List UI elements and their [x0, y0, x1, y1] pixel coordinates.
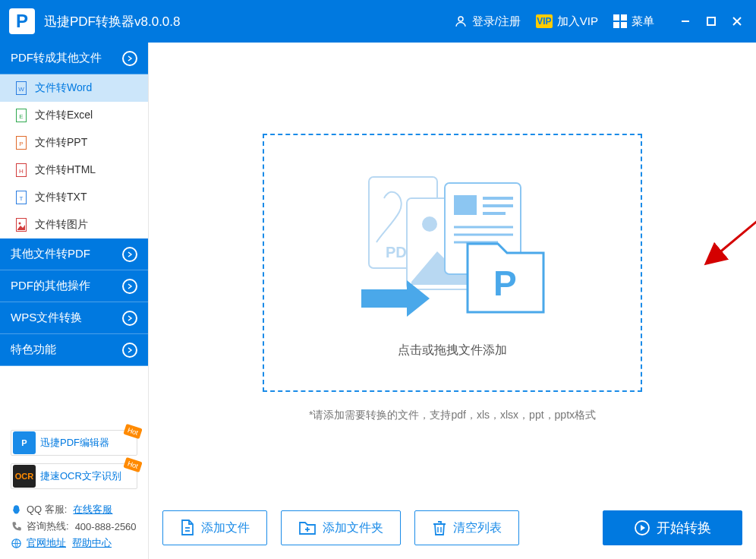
close-icon: [732, 16, 742, 27]
sidebar-item-label: 文件转PPT: [35, 136, 87, 150]
login-label: 登录/注册: [472, 14, 521, 29]
promo-label: 迅捷PDF编辑器: [40, 436, 109, 450]
chevron-right-icon: [122, 343, 137, 358]
sidebar-section-label: 其他文件转PDF: [11, 247, 90, 261]
chevron-right-icon: [122, 247, 137, 262]
svg-point-0: [458, 17, 463, 21]
sidebar-section-label: PDF的其他操作: [11, 279, 90, 293]
svg-text:H: H: [19, 168, 24, 175]
minimize-icon: [680, 16, 691, 27]
sidebar-item-excel[interactable]: E 文件转Excel: [0, 102, 148, 129]
sidebar-list: W 文件转Word E 文件转Excel P 文件转PPT H 文: [0, 74, 148, 238]
sidebar-item-label: 文件转Excel: [35, 109, 93, 122]
user-icon: [454, 14, 468, 28]
sidebar-item-image[interactable]: 文件转图片: [0, 211, 148, 238]
trash-icon: [432, 520, 447, 536]
vip-button[interactable]: VIP 加入VIP: [528, 8, 606, 35]
sidebar-item-ppt[interactable]: P 文件转PPT: [0, 129, 148, 156]
chevron-right-icon: [122, 51, 137, 66]
sidebar-item-word[interactable]: W 文件转Word: [0, 74, 148, 102]
start-convert-button[interactable]: 开始转换: [603, 510, 742, 545]
maximize-button[interactable]: [698, 8, 724, 35]
add-folder-button[interactable]: 添加文件夹: [281, 510, 401, 545]
svg-text:P: P: [19, 141, 23, 147]
promo-pdf-editor[interactable]: P 迅捷PDF编辑器 Hot: [11, 430, 137, 456]
play-icon: [634, 520, 650, 536]
qq-label: QQ 客服:: [27, 503, 67, 516]
excel-file-icon: E: [15, 109, 27, 122]
svg-text:W: W: [18, 86, 24, 93]
close-button[interactable]: [724, 8, 750, 35]
chevron-right-icon: [122, 279, 137, 294]
add-file-button[interactable]: 添加文件: [162, 510, 267, 545]
promo-ocr[interactable]: OCR 捷速OCR文字识别 Hot: [11, 463, 137, 489]
minimize-button[interactable]: [673, 8, 698, 35]
svg-point-21: [422, 216, 437, 232]
sidebar: PDF转成其他文件 W 文件转Word E 文件转Excel P: [0, 43, 149, 559]
sidebar-section-label: WPS文件转换: [11, 311, 82, 325]
app-title: 迅捷PDF转换器v8.0.0.8: [44, 13, 181, 30]
globe-icon: [11, 538, 22, 549]
svg-text:E: E: [19, 113, 23, 120]
sidebar-section-special[interactable]: 特色功能: [0, 334, 148, 366]
main-area: PDF P: [149, 43, 756, 559]
button-label: 清空列表: [453, 520, 502, 536]
menu-button[interactable]: 菜单: [606, 8, 662, 35]
sidebar-item-label: 文件转图片: [35, 218, 88, 232]
sidebar-section-other-to-pdf[interactable]: 其他文件转PDF: [0, 238, 148, 270]
promo-ocr-icon: OCR: [13, 465, 36, 488]
html-file-icon: H: [15, 163, 27, 177]
sidebar-item-label: 文件转Word: [35, 81, 92, 95]
login-button[interactable]: 登录/注册: [446, 8, 528, 35]
svg-rect-2: [707, 17, 715, 25]
dropzone-hint: *请添加需要转换的文件，支持pdf，xls，xlsx，ppt，pptx格式: [309, 409, 596, 422]
svg-rect-23: [454, 195, 477, 215]
vip-icon: VIP: [536, 14, 553, 28]
menu-label: 菜单: [632, 14, 654, 29]
sidebar-section-pdf-to-other[interactable]: PDF转成其他文件: [0, 43, 148, 74]
txt-file-icon: T: [15, 191, 27, 204]
hotline-label: 咨询热线:: [27, 520, 69, 533]
chevron-right-icon: [122, 311, 137, 326]
clear-list-button[interactable]: 清空列表: [414, 510, 519, 545]
dropzone-title: 点击或拖拽文件添加: [398, 343, 507, 358]
sidebar-item-label: 文件转HTML: [35, 163, 96, 177]
titlebar: P 迅捷PDF转换器v8.0.0.8 登录/注册 VIP 加入VIP 菜单: [0, 0, 756, 43]
sidebar-section-wps[interactable]: WPS文件转换: [0, 302, 148, 334]
word-file-icon: W: [15, 81, 27, 95]
sidebar-item-html[interactable]: H 文件转HTML: [0, 156, 148, 184]
phone-icon: [11, 521, 22, 532]
add-folder-icon: [298, 520, 317, 535]
app-logo-icon: P: [9, 8, 35, 34]
maximize-icon: [706, 16, 717, 27]
add-file-icon: [180, 520, 195, 536]
qq-service-link[interactable]: 在线客服: [73, 503, 112, 516]
sidebar-section-label: PDF转成其他文件: [11, 51, 102, 65]
sidebar-section-label: 特色功能: [11, 343, 56, 357]
vip-label: 加入VIP: [557, 14, 598, 29]
svg-point-16: [19, 223, 21, 225]
sidebar-section-pdf-ops[interactable]: PDF的其他操作: [0, 270, 148, 302]
dropzone[interactable]: PDF P: [263, 134, 642, 392]
ppt-file-icon: P: [15, 136, 27, 150]
hotline-value: 400-888-2560: [75, 521, 137, 532]
promo-pdf-editor-icon: P: [13, 431, 36, 454]
sidebar-footer: QQ 客服: 在线客服 咨询热线: 400-888-2560 官网地址 帮助中心: [0, 500, 148, 559]
sidebar-item-txt[interactable]: T 文件转TXT: [0, 184, 148, 211]
button-label: 添加文件夹: [323, 520, 383, 536]
button-label: 开始转换: [657, 519, 711, 537]
svg-text:P: P: [493, 264, 517, 303]
sidebar-item-label: 文件转TXT: [35, 191, 87, 204]
help-link[interactable]: 帮助中心: [72, 536, 112, 550]
site-link[interactable]: 官网地址: [27, 536, 66, 550]
menu-grid-icon: [613, 14, 627, 28]
qq-icon: [11, 504, 22, 516]
dropzone-illustration-icon: PDF P: [354, 168, 551, 327]
button-label: 添加文件: [201, 520, 250, 536]
svg-text:T: T: [20, 195, 24, 202]
hot-badge-icon: Hot: [123, 457, 142, 472]
promo-label: 捷速OCR文字识别: [40, 469, 121, 483]
image-file-icon: [15, 218, 27, 232]
